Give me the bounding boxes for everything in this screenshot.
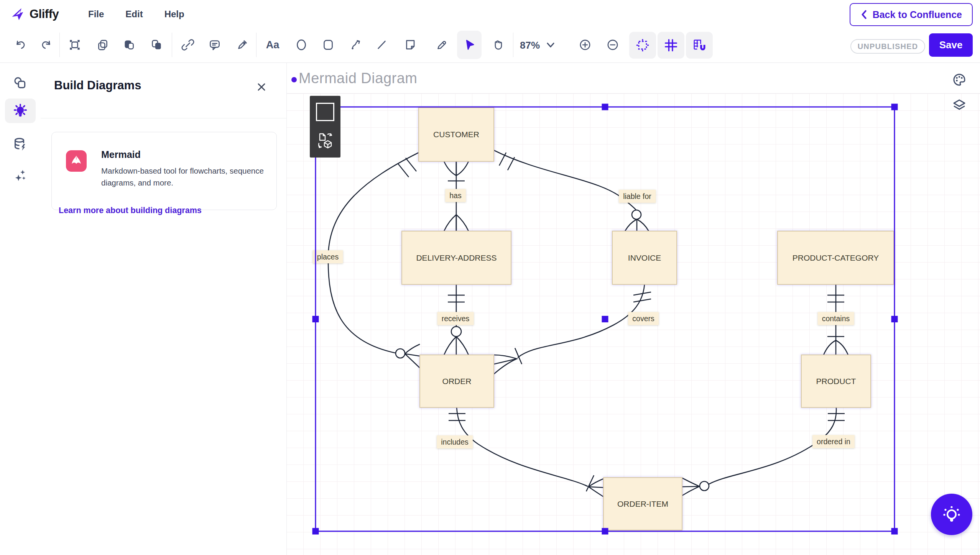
- learn-more-link[interactable]: Learn more about building diagrams: [59, 206, 202, 215]
- menu-help[interactable]: Help: [164, 9, 184, 20]
- diagram-canvas[interactable]: Mermaid Diagram: [286, 62, 980, 555]
- text-tool-icon: Aa: [266, 39, 280, 51]
- tool-line-button[interactable]: [369, 31, 394, 59]
- tool-redo-button[interactable]: [34, 31, 59, 59]
- snap-toggle-button[interactable]: [686, 32, 713, 59]
- close-panel-button[interactable]: [254, 79, 269, 95]
- toolbar-divider: [513, 33, 513, 57]
- zoom-level-value: 87%: [520, 39, 540, 51]
- tool-comment-button[interactable]: [202, 31, 227, 59]
- tips-lightbulb-button[interactable]: [931, 494, 972, 535]
- tool-rectangle-button[interactable]: [316, 31, 340, 59]
- grid-toggle-button[interactable]: [658, 32, 684, 59]
- gliffy-logo-icon: [10, 7, 26, 22]
- zoom-in-button[interactable]: [573, 31, 597, 59]
- theme-palette-icon[interactable]: [951, 71, 968, 88]
- mermaid-card-title: Mermaid: [101, 149, 141, 160]
- tool-pan-button[interactable]: [485, 31, 510, 59]
- diagram-title[interactable]: Mermaid Diagram: [299, 70, 417, 87]
- sidebar-item-ai-sparkles[interactable]: [5, 163, 36, 188]
- toolbar-divider: [172, 33, 172, 57]
- tool-select-frame-button[interactable]: [62, 31, 87, 59]
- tool-pointer-button[interactable]: [457, 31, 482, 59]
- layers-icon[interactable]: [951, 97, 968, 114]
- tool-link-button[interactable]: [176, 31, 200, 59]
- gliffy-editor: Gliffy File Edit Help Back to Confluence…: [0, 0, 980, 555]
- tool-text-button[interactable]: Aa: [260, 31, 285, 59]
- left-icon-rail: [0, 62, 41, 555]
- zoom-out-button[interactable]: [600, 31, 625, 59]
- panel-divider: [41, 118, 286, 118]
- save-button[interactable]: Save: [929, 33, 973, 57]
- tool-connector-button[interactable]: [344, 31, 368, 59]
- mermaid-card[interactable]: Mermaid Markdown-based tool for flowchar…: [51, 132, 277, 210]
- mermaid-icon: [66, 150, 87, 172]
- title-bullet-dot: [291, 77, 297, 82]
- tool-ellipse-button[interactable]: [289, 31, 314, 59]
- toolbar-divider: [256, 33, 257, 57]
- back-button-label: Back to Confluence: [873, 9, 962, 20]
- gliffy-logo[interactable]: Gliffy: [10, 0, 59, 28]
- drawing-guides-toggle-button[interactable]: [629, 32, 656, 59]
- ai-sparkles-icon: [12, 167, 29, 184]
- floating-shape-panel[interactable]: [310, 96, 340, 158]
- tool-bring-to-front-button[interactable]: [117, 31, 141, 59]
- panel-title: Build Diagrams: [54, 79, 141, 92]
- back-to-confluence-button[interactable]: Back to Confluence: [850, 3, 973, 26]
- convert-to-shape-icon[interactable]: [315, 131, 335, 151]
- toolbar-divider: [59, 33, 60, 57]
- tool-undo-button[interactable]: [8, 31, 33, 59]
- tool-shape-button[interactable]: [398, 31, 423, 59]
- tool-pencil-button[interactable]: [429, 31, 454, 59]
- tool-duplicate-button[interactable]: [90, 31, 115, 59]
- data-import-icon: [12, 136, 29, 153]
- main-menu: File Edit Help: [88, 0, 184, 28]
- menu-edit[interactable]: Edit: [125, 9, 143, 20]
- menu-file[interactable]: File: [88, 9, 104, 20]
- sidebar-item-build-diagrams[interactable]: [5, 99, 36, 123]
- build-diagrams-panel: Build Diagrams Mermaid Markdown-based to…: [41, 62, 287, 555]
- gliffy-logo-text: Gliffy: [30, 7, 59, 21]
- build-diagrams-icon: [12, 102, 29, 119]
- tool-eyedropper-button[interactable]: [230, 31, 255, 59]
- status-badge: UNPUBLISHED: [850, 39, 925, 54]
- chevron-left-icon: [860, 10, 867, 20]
- tool-send-to-back-button[interactable]: [144, 31, 169, 59]
- shapes-icon: [12, 75, 29, 92]
- zoom-level-dropdown[interactable]: 87%: [520, 28, 555, 62]
- menu-bar: Gliffy File Edit Help Back to Confluence: [0, 0, 980, 28]
- mermaid-card-description: Markdown-based tool for flowcharts, sequ…: [101, 165, 275, 189]
- sidebar-item-data-import[interactable]: [5, 132, 36, 157]
- toolbar: 87% UNPUBLISHED Save Aa: [0, 28, 980, 63]
- canvas-grid[interactable]: [286, 93, 980, 555]
- square-shape-icon[interactable]: [316, 103, 334, 121]
- sidebar-item-shapes[interactable]: [5, 71, 36, 95]
- chevron-down-icon: [546, 42, 555, 48]
